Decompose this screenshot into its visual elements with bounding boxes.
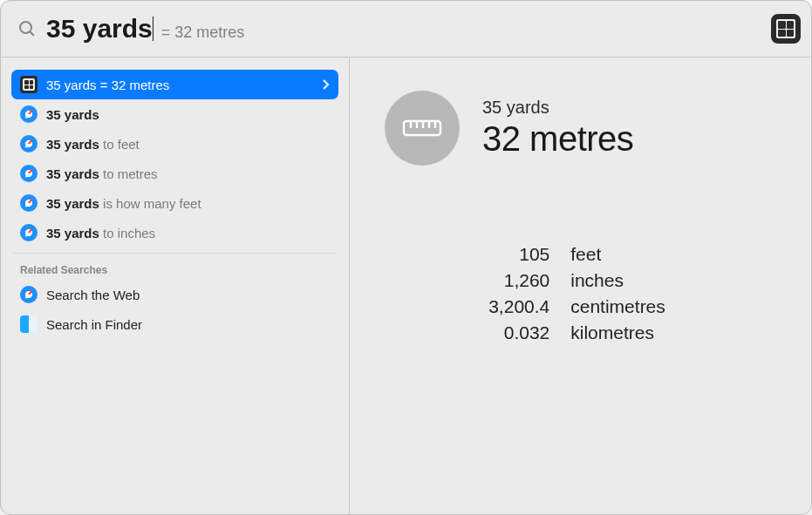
safari-icon — [20, 165, 38, 182]
chevron-right-icon — [321, 79, 330, 90]
related-label: Search in Finder — [46, 317, 142, 332]
conversion-hero: 35 yards 32 metres — [385, 91, 769, 166]
suggestion-item[interactable]: 35 yards — [11, 99, 338, 129]
section-divider — [13, 253, 337, 254]
conversion-unit: feet — [570, 244, 665, 265]
suggestion-label: 35 yards to feet — [46, 137, 140, 152]
open-in-calculator-button[interactable] — [771, 14, 801, 44]
conversion-value: 0.032 — [488, 322, 549, 343]
conversion-source: 35 yards — [482, 98, 633, 118]
safari-icon — [20, 224, 38, 241]
safari-icon — [20, 105, 38, 123]
conversion-unit: centimetres — [570, 296, 665, 317]
related-searches-header: Related Searches — [11, 259, 338, 280]
svg-line-1 — [30, 31, 34, 36]
content-area: 35 yards = 32 metres 35 yards35 yards to… — [1, 58, 811, 514]
conversion-value: 1,260 — [488, 270, 549, 291]
calculator-icon — [20, 76, 38, 93]
suggestion-label: 35 yards — [46, 107, 99, 122]
top-hit-conversion[interactable]: 35 yards = 32 metres — [11, 70, 338, 99]
search-field[interactable]: 35 yards = 32 metres — [46, 14, 762, 44]
conversion-value: 3,200.4 — [488, 296, 549, 317]
search-icon — [17, 18, 38, 39]
spotlight-window: 35 yards = 32 metres 35 yards = 32 metre… — [0, 0, 812, 515]
suggestion-item[interactable]: 35 yards to feet — [11, 129, 338, 159]
calculator-icon — [776, 19, 795, 38]
search-the-web[interactable]: Search the Web — [11, 280, 338, 309]
safari-icon — [20, 286, 38, 303]
suggestion-item[interactable]: 35 yards to inches — [11, 218, 338, 247]
svg-point-0 — [20, 22, 31, 33]
results-sidebar: 35 yards = 32 metres 35 yards35 yards to… — [1, 58, 350, 514]
conversion-table: 105feet1,260inches3,200.4centimetres0.03… — [488, 244, 665, 343]
search-query-text: 35 yards — [46, 14, 153, 44]
conversion-primary-result: 32 metres — [482, 119, 633, 159]
detail-pane: 35 yards 32 metres 105feet1,260inches3,2… — [350, 58, 811, 514]
finder-icon — [20, 315, 38, 333]
safari-icon — [20, 194, 38, 212]
conversion-unit: kilometres — [570, 322, 665, 343]
conversion-value: 105 — [488, 244, 549, 265]
top-hit-label: 35 yards = 32 metres — [46, 78, 169, 92]
ruler-icon — [385, 91, 460, 166]
related-label: Search the Web — [46, 288, 140, 302]
suggestion-label: 35 yards to inches — [46, 226, 155, 241]
search-in-finder[interactable]: Search in Finder — [11, 309, 338, 339]
suggestion-label: 35 yards to metres — [46, 166, 158, 181]
search-row: 35 yards = 32 metres — [1, 1, 811, 57]
conversion-unit: inches — [570, 270, 665, 291]
suggestion-label: 35 yards is how many feet — [46, 196, 201, 211]
safari-icon — [20, 135, 38, 152]
suggestion-item[interactable]: 35 yards is how many feet — [11, 188, 338, 218]
conversion-hero-text: 35 yards 32 metres — [482, 98, 633, 159]
search-inline-result: = 32 metres — [161, 24, 245, 42]
suggestion-item[interactable]: 35 yards to metres — [11, 159, 338, 188]
